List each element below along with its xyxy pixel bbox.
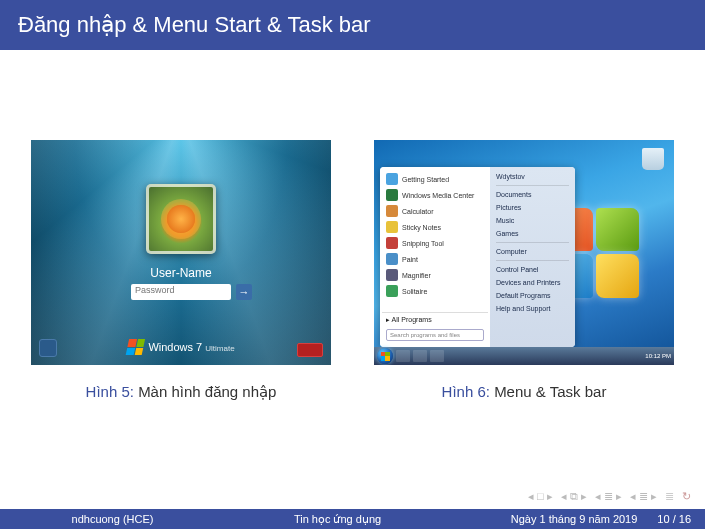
windows-flag-icon bbox=[126, 339, 145, 355]
start-menu-right-item: Documents bbox=[496, 189, 569, 200]
start-menu-right-item: Music bbox=[496, 215, 569, 226]
nav-back-icon[interactable]: ≣ bbox=[665, 490, 674, 503]
app-icon bbox=[386, 253, 398, 265]
start-menu-left: Getting StartedWindows Media CenterCalcu… bbox=[380, 167, 490, 347]
start-menu-item: Getting Started bbox=[382, 171, 488, 187]
start-menu-item: Snipping Tool bbox=[382, 235, 488, 251]
start-menu-item: Sticky Notes bbox=[382, 219, 488, 235]
footer-date: Ngày 1 tháng 9 năm 2019 bbox=[511, 513, 638, 525]
tray-clock: 10:12 PM bbox=[645, 353, 671, 359]
nav-frame-icon[interactable]: ◂ □ ▸ bbox=[528, 490, 553, 503]
user-avatar bbox=[146, 184, 216, 254]
windows-brand: Windows 7 Ultimate bbox=[127, 339, 234, 355]
start-menu-item-label: Getting Started bbox=[402, 176, 449, 183]
desktop-screenshot: Getting StartedWindows Media CenterCalcu… bbox=[374, 140, 674, 365]
start-menu-item: Calculator bbox=[382, 203, 488, 219]
start-menu-right-item: Help and Support bbox=[496, 303, 569, 314]
start-menu-item: Solitaire bbox=[382, 283, 488, 299]
figure-2: Getting StartedWindows Media CenterCalcu… bbox=[373, 140, 675, 401]
start-menu-item-label: Windows Media Center bbox=[402, 192, 474, 199]
caption-label: Hình 6: bbox=[442, 383, 490, 400]
start-menu-item-label: Solitaire bbox=[402, 288, 427, 295]
separator bbox=[496, 185, 569, 186]
start-menu-item-label: Paint bbox=[402, 256, 418, 263]
taskbar-pin-wmp-icon bbox=[430, 350, 444, 362]
app-icon bbox=[386, 237, 398, 249]
separator bbox=[496, 260, 569, 261]
footer-right: Ngày 1 tháng 9 năm 2019 10 / 16 bbox=[450, 513, 705, 525]
taskbar-pin-ie-icon bbox=[396, 350, 410, 362]
caption-text: Màn hình đăng nhập bbox=[138, 383, 276, 400]
start-menu-item: Windows Media Center bbox=[382, 187, 488, 203]
caption-label: Hình 5: bbox=[86, 383, 134, 400]
start-menu-right-item: Games bbox=[496, 228, 569, 239]
system-tray: 10:12 PM bbox=[645, 353, 671, 359]
taskbar-pin-explorer-icon bbox=[413, 350, 427, 362]
start-search: Search programs and files bbox=[386, 329, 484, 341]
separator bbox=[496, 242, 569, 243]
nav-search-icon[interactable]: ↻ bbox=[682, 490, 691, 503]
nav-section-icon[interactable]: ◂ ≣ ▸ bbox=[595, 490, 622, 503]
footer-page: 10 / 16 bbox=[657, 513, 691, 525]
footer-course: Tin học ứng dụng bbox=[225, 513, 450, 526]
start-menu-right-item: Computer bbox=[496, 246, 569, 257]
slide-title: Đăng nhập & Menu Start & Task bar bbox=[0, 0, 705, 50]
title-text: Đăng nhập & Menu Start & Task bar bbox=[18, 12, 371, 38]
start-menu-right-item: Control Panel bbox=[496, 264, 569, 275]
figure-1: User-Name Password → Windows 7 Ultimate … bbox=[30, 140, 332, 401]
app-icon bbox=[386, 173, 398, 185]
figure-1-caption: Hình 5: Màn hình đăng nhập bbox=[86, 383, 277, 401]
password-input: Password bbox=[131, 284, 231, 300]
start-menu-item-label: Snipping Tool bbox=[402, 240, 444, 247]
slide-body: User-Name Password → Windows 7 Ultimate … bbox=[0, 50, 705, 401]
start-menu-right-item: Devices and Printers bbox=[496, 277, 569, 288]
brand-text: Windows 7 Ultimate bbox=[148, 341, 234, 353]
shutdown-icon bbox=[297, 343, 323, 357]
start-menu-item-label: Calculator bbox=[402, 208, 434, 215]
app-icon bbox=[386, 205, 398, 217]
nav-doc-icon[interactable]: ◂ ≣ ▸ bbox=[630, 490, 657, 503]
ease-of-access-icon bbox=[39, 339, 57, 357]
app-icon bbox=[386, 221, 398, 233]
all-programs: ▸ All Programs bbox=[382, 312, 488, 327]
app-icon bbox=[386, 269, 398, 281]
start-menu: Getting StartedWindows Media CenterCalcu… bbox=[380, 167, 575, 347]
start-menu-item: Paint bbox=[382, 251, 488, 267]
start-menu-right-item: Default Programs bbox=[496, 290, 569, 301]
start-menu-item-label: Sticky Notes bbox=[402, 224, 441, 231]
username-label: User-Name bbox=[150, 266, 211, 280]
login-screenshot: User-Name Password → Windows 7 Ultimate bbox=[31, 140, 331, 365]
app-icon bbox=[386, 189, 398, 201]
start-menu-item: Magnifier bbox=[382, 267, 488, 283]
footer: ndhcuong (HCE) Tin học ứng dụng Ngày 1 t… bbox=[0, 509, 705, 529]
start-menu-right: WdytstovDocumentsPicturesMusicGamesCompu… bbox=[490, 167, 575, 347]
submit-arrow-icon: → bbox=[236, 284, 252, 300]
start-menu-right-item: Pictures bbox=[496, 202, 569, 213]
app-icon bbox=[386, 285, 398, 297]
start-menu-right-item: Wdytstov bbox=[496, 171, 569, 182]
recycle-bin-icon bbox=[642, 148, 664, 170]
footer-author: ndhcuong (HCE) bbox=[0, 513, 225, 525]
beamer-nav-symbols: ◂ □ ▸ ◂ ⧉ ▸ ◂ ≣ ▸ ◂ ≣ ▸ ≣ ↻ bbox=[528, 490, 691, 503]
start-menu-item-label: Magnifier bbox=[402, 272, 431, 279]
caption-text: Menu & Task bar bbox=[494, 383, 606, 400]
start-orb-icon bbox=[377, 348, 393, 364]
taskbar: 10:12 PM bbox=[374, 347, 674, 365]
figure-2-caption: Hình 6: Menu & Task bar bbox=[442, 383, 607, 400]
nav-subsection-icon[interactable]: ◂ ⧉ ▸ bbox=[561, 490, 587, 503]
